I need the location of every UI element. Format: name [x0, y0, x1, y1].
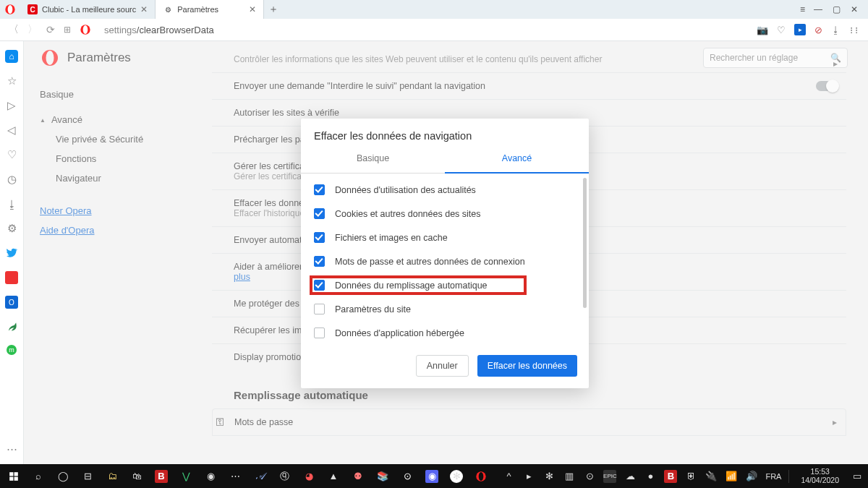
checkbox-icon[interactable]	[314, 256, 325, 267]
dialog-title: Effacer les données de navigation	[301, 119, 589, 149]
opt-cache[interactable]: Fichiers et images en cache	[301, 226, 589, 249]
clear-data-button[interactable]: Effacer les données	[477, 355, 577, 377]
modal-overlay: Effacer les données de navigation Basiqu…	[0, 0, 868, 488]
clear-data-dialog: Effacer les données de navigation Basiqu…	[301, 119, 589, 388]
checkbox-icon[interactable]	[314, 280, 325, 291]
checkbox-icon[interactable]	[314, 328, 325, 338]
checkbox-icon[interactable]	[314, 208, 325, 219]
cancel-button[interactable]: Annuler	[416, 355, 469, 377]
dialog-tab-basic[interactable]: Basique	[301, 149, 445, 174]
opt-news-data[interactable]: Données d'utilisation des actualités	[301, 178, 589, 202]
checkbox-icon[interactable]	[314, 304, 325, 314]
opt-cookies[interactable]: Cookies et autres données des sites	[301, 202, 589, 226]
opt-autofill[interactable]: Données du remplissage automatique	[301, 273, 589, 297]
dialog-tab-advanced[interactable]: Avancé	[445, 149, 589, 174]
opt-passwords[interactable]: Mots de passe et autres données de conne…	[301, 249, 589, 273]
opt-site-settings[interactable]: Paramètres du site	[301, 297, 589, 321]
opt-hosted-apps[interactable]: Données d'application hébergée	[301, 321, 589, 345]
dialog-tabs: Basique Avancé	[301, 149, 589, 174]
checkbox-icon[interactable]	[314, 184, 325, 195]
checkbox-icon[interactable]	[314, 232, 325, 243]
